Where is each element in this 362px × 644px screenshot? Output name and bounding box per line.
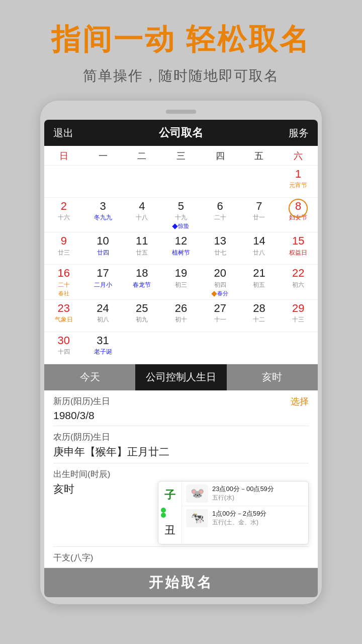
birthday-button[interactable]: 公司控制人生日 (135, 364, 226, 390)
cal-lunar-25: 初九 (136, 315, 148, 324)
time-entry-time-zi: 23点00分－00点59分 (212, 485, 304, 494)
cal-lunar-15: 权益日 (289, 249, 307, 257)
cal-day-22[interactable]: 22 初六 (279, 265, 318, 299)
lunar-row-header: 农历(阴历)生日 (53, 431, 309, 443)
time-item-chou[interactable]: 丑 (158, 520, 182, 541)
cal-day-6[interactable]: 6 二十 (201, 198, 240, 232)
cal-day-empty-11 (279, 332, 318, 364)
cal-num-17: 17 (97, 267, 109, 280)
main-title: 指间一动 轻松取名 (10, 20, 352, 59)
ganzhi-label: 干支(八字) (53, 553, 93, 562)
cal-day-4[interactable]: 4 十八 (122, 198, 161, 232)
cal-day-30[interactable]: 30 十四 (44, 332, 83, 364)
cal-day-17[interactable]: 17 二月小 (83, 265, 123, 299)
cal-lunar-21: 初五 (253, 281, 265, 289)
time-entry-chou[interactable]: 🐄 1点00分－2点59分 五行(土、金、水) (182, 506, 308, 530)
cal-day-28[interactable]: 28 十二 (240, 300, 279, 332)
cal-day-15[interactable]: 15 权益日 (279, 232, 318, 265)
cal-day-11[interactable]: 11 廿五 (122, 232, 161, 265)
solar-value: 1980/3/8 (53, 410, 309, 422)
solar-row: 新历(阳历)生日 选择 1980/3/8 (53, 390, 309, 426)
cal-num-27: 27 (214, 302, 226, 315)
cal-lunar-26: 初十 (175, 315, 187, 324)
time-popup-inner: 子 丑 🐭 (158, 481, 308, 544)
cal-lunar-1: 元宵节 (289, 181, 307, 190)
cal-day-13[interactable]: 13 廿七 (201, 232, 240, 265)
birth-time-label: 出生时间(时辰) (53, 468, 110, 480)
cal-day-26[interactable]: 26 初十 (161, 300, 201, 332)
cal-num-21: 21 (253, 267, 265, 280)
cal-lunar-5: 十九 (175, 213, 187, 222)
form-container: 新历(阳历)生日 选择 1980/3/8 农历(阴历)生日 庚申年【猴年】正月廿… (44, 390, 318, 568)
cal-day-27[interactable]: 27 十一 (201, 300, 240, 332)
cal-num-12: 12 (175, 234, 187, 248)
cal-lunar-31: 老子诞 (94, 348, 112, 356)
cal-day-empty-8 (161, 332, 201, 364)
cal-day-12[interactable]: 12 植树节 (161, 232, 201, 265)
cal-day-8[interactable]: 8 妇女节 (279, 198, 318, 232)
cal-lunar-24: 初八 (97, 315, 109, 324)
time-entries: 🐭 23点00分－00点59分 五行(水) 🐄 1点00分 (182, 481, 308, 544)
time-list: 子 丑 (158, 481, 182, 544)
time-entry-zi[interactable]: 🐭 23点00分－00点59分 五行(水) (182, 481, 308, 506)
cal-day-23[interactable]: 23 气象日 (44, 300, 83, 332)
cal-day-empty-4 (161, 166, 201, 198)
cal-day-empty-7 (122, 332, 161, 364)
cal-day-19[interactable]: 19 初三 (161, 265, 201, 299)
cal-num-10: 10 (97, 234, 109, 248)
service-button[interactable]: 服务 (280, 120, 318, 146)
cal-num-6: 6 (217, 200, 223, 213)
cal-day-1[interactable]: 1 元宵节 (279, 166, 318, 198)
today-button[interactable]: 今天 (44, 364, 135, 390)
cal-day-24[interactable]: 24 初八 (83, 300, 123, 332)
phone-screen: 退出 公司取名 服务 日 一 二 三 四 五 六 (44, 120, 318, 597)
cal-lunar-6: 二十 (214, 213, 226, 222)
cal-lunar-11: 廿五 (136, 249, 148, 257)
app-header: 退出 公司取名 服务 (44, 120, 318, 146)
cal-num-28: 28 (253, 302, 265, 315)
cal-num-8: 8 (295, 200, 301, 213)
start-button[interactable]: 开始取名 (44, 568, 318, 597)
cal-day-14[interactable]: 14 廿八 (240, 232, 279, 265)
back-button[interactable]: 退出 (44, 120, 82, 146)
calendar-grid: 1 元宵节 2 十六 3 冬九九 4 十八 5 十九 (44, 166, 318, 364)
form-section: 新历(阳历)生日 选择 1980/3/8 农历(阴历)生日 庚申年【猴年】正月廿… (44, 390, 318, 547)
cal-day-7[interactable]: 7 廿一 (240, 198, 279, 232)
cal-lunar-20: 初四 (214, 281, 226, 289)
cal-note-16: 春社 (58, 290, 69, 297)
cal-num-29: 29 (292, 302, 304, 315)
cal-lunar-29: 十三 (292, 315, 304, 324)
phone-frame: 退出 公司取名 服务 日 一 二 三 四 五 六 (40, 101, 322, 604)
cal-day-25[interactable]: 25 初九 (122, 300, 161, 332)
cal-lunar-18: 春龙节 (133, 281, 151, 289)
vdot-chou (161, 513, 166, 518)
birth-time-row-header: 出生时间(时辰) (53, 468, 309, 480)
cal-day-3[interactable]: 3 冬九九 (83, 198, 123, 232)
cal-num-26: 26 (175, 302, 187, 315)
time-entry-info-zi: 23点00分－00点59分 五行(水) (212, 485, 304, 502)
cal-day-5[interactable]: 5 十九 惊蛰 (161, 198, 201, 232)
time-picker-popup[interactable]: 子 丑 🐭 (158, 481, 309, 544)
cal-num-20: 20 (214, 267, 226, 280)
cal-day-16[interactable]: 16 二十 春社 (44, 265, 83, 299)
solar-select-button[interactable]: 选择 (291, 395, 309, 408)
time-item-zi[interactable]: 子 (158, 485, 182, 506)
now-button[interactable]: 亥时 (227, 364, 318, 390)
cal-day-9[interactable]: 9 廿三 (44, 232, 83, 265)
lunar-row: 农历(阴历)生日 庚申年【猴年】正月廿二 (53, 426, 309, 463)
cal-day-20[interactable]: 20 初四 春分 (201, 265, 240, 299)
cal-day-31[interactable]: 31 老子诞 (83, 332, 123, 364)
lunar-value: 庚申年【猴年】正月廿二 (53, 445, 309, 459)
cal-day-2[interactable]: 2 十六 (44, 198, 83, 232)
cal-day-21[interactable]: 21 初五 (240, 265, 279, 299)
main-subtitle: 简单操作，随时随地即可取名 (10, 66, 352, 86)
cal-num-30: 30 (58, 334, 70, 347)
cal-day-29[interactable]: 29 十三 (279, 300, 318, 332)
cal-day-10[interactable]: 10 廿四 (83, 232, 123, 265)
cal-num-4: 4 (139, 200, 145, 213)
cal-day-empty-2 (83, 166, 123, 198)
cal-day-18[interactable]: 18 春龙节 (122, 265, 161, 299)
weekday-tue: 二 (122, 146, 161, 165)
weekday-sat: 六 (279, 146, 318, 165)
cal-num-11: 11 (136, 234, 148, 248)
